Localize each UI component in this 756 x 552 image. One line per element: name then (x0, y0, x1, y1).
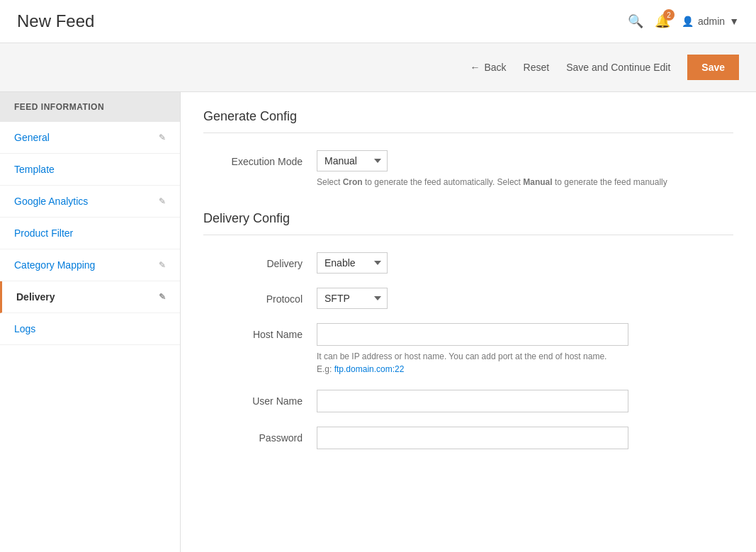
sidebar-item-label: Delivery (16, 291, 55, 303)
sidebar-section-title: FEED INFORMATION (0, 92, 180, 122)
user-icon: 👤 (682, 16, 694, 27)
delivery-config-section: Delivery Config Delivery Enable Disable … (203, 211, 733, 449)
hostname-field: It can be IP address or host name. You c… (317, 323, 733, 376)
page-title: New Feed (17, 11, 94, 31)
hostname-row: Host Name It can be IP address or host n… (203, 323, 733, 376)
sidebar-item-label: Google Analytics (14, 196, 88, 207)
edit-icon: ✎ (159, 196, 166, 206)
protocol-row: Protocol SFTP FTP (203, 288, 733, 309)
sidebar-item-label: Product Filter (14, 227, 73, 239)
sidebar-item-product-filter[interactable]: Product Filter (0, 218, 180, 249)
sidebar: FEED INFORMATION General ✎ Template Goog… (0, 92, 181, 552)
execution-mode-select[interactable]: Manual Cron (317, 150, 388, 171)
delivery-label: Delivery (203, 252, 317, 269)
main-container: FEED INFORMATION General ✎ Template Goog… (0, 92, 756, 552)
reset-button[interactable]: Reset (524, 62, 550, 73)
save-continue-button[interactable]: Save and Continue Edit (566, 62, 670, 73)
protocol-field: SFTP FTP (317, 288, 733, 309)
back-button[interactable]: ← Back (470, 62, 506, 73)
sidebar-item-logs[interactable]: Logs (0, 313, 180, 345)
toolbar: ← Back Reset Save and Continue Edit Save (0, 43, 756, 92)
notification-count: 2 (663, 9, 675, 21)
search-icon[interactable]: 🔍 (628, 13, 643, 29)
password-field (317, 427, 733, 449)
sidebar-item-template[interactable]: Template (0, 154, 180, 186)
execution-mode-field: Manual Cron Select Cron to generate the … (317, 150, 733, 188)
sidebar-item-label: Category Mapping (14, 259, 95, 271)
back-arrow-icon: ← (470, 62, 480, 73)
username-row: User Name (203, 390, 733, 412)
content-area: Generate Config Execution Mode Manual Cr… (181, 92, 756, 552)
sidebar-item-general[interactable]: General ✎ (0, 122, 180, 154)
sidebar-item-category-mapping[interactable]: Category Mapping ✎ (0, 249, 180, 281)
section-divider (203, 133, 733, 133)
password-row: Password (203, 427, 733, 449)
sidebar-item-google-analytics[interactable]: Google Analytics ✎ (0, 186, 180, 218)
sidebar-item-label: General (14, 132, 50, 143)
sidebar-item-delivery[interactable]: Delivery ✎ (0, 281, 180, 313)
hostname-hint: It can be IP address or host name. You c… (317, 350, 733, 376)
username-field (317, 390, 733, 412)
hostname-label: Host Name (203, 323, 317, 340)
sidebar-item-label: Logs (14, 323, 35, 334)
delivery-field: Enable Disable (317, 252, 733, 274)
save-button[interactable]: Save (687, 55, 739, 80)
sidebar-item-label: Template (14, 164, 55, 175)
header-right: 🔍 🔔 2 👤 admin ▼ (628, 13, 739, 29)
protocol-label: Protocol (203, 288, 317, 305)
edit-icon: ✎ (159, 292, 166, 302)
password-input[interactable] (317, 427, 628, 449)
password-label: Password (203, 427, 317, 444)
execution-mode-row: Execution Mode Manual Cron Select Cron t… (203, 150, 733, 188)
hostname-input[interactable] (317, 323, 628, 346)
edit-icon: ✎ (159, 133, 166, 142)
execution-mode-hint: Select Cron to generate the feed automat… (317, 176, 733, 188)
protocol-select[interactable]: SFTP FTP (317, 288, 388, 309)
username-label: User Name (203, 390, 317, 407)
username-input[interactable] (317, 390, 628, 412)
admin-menu[interactable]: 👤 admin ▼ (682, 16, 739, 27)
admin-label: admin (698, 16, 725, 27)
page-header: New Feed 🔍 🔔 2 👤 admin ▼ (0, 0, 756, 43)
delivery-config-title: Delivery Config (203, 211, 733, 226)
notification-bell[interactable]: 🔔 2 (655, 13, 670, 29)
chevron-down-icon: ▼ (729, 16, 739, 27)
edit-icon: ✎ (159, 260, 166, 270)
generate-config-title: Generate Config (203, 109, 733, 124)
delivery-row: Delivery Enable Disable (203, 252, 733, 274)
delivery-section-divider (203, 235, 733, 235)
generate-config-section: Generate Config Execution Mode Manual Cr… (203, 109, 733, 188)
delivery-select[interactable]: Enable Disable (317, 252, 388, 274)
execution-mode-label: Execution Mode (203, 150, 317, 167)
